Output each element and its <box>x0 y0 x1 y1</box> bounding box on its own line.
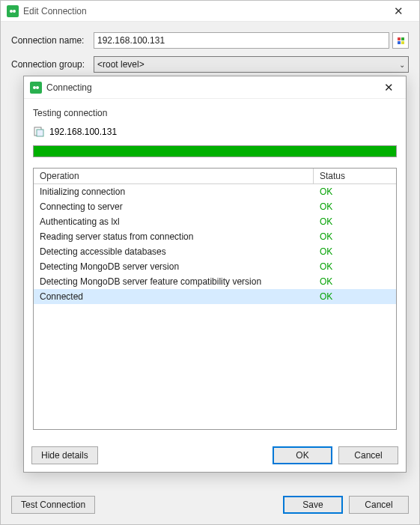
connection-group-row: Connection group: <root level> ⌄ <box>11 56 409 73</box>
outer-footer: Test Connection Save Cancel <box>11 496 409 514</box>
close-icon[interactable]: ✕ <box>383 4 413 18</box>
status-cell: OK <box>314 274 396 289</box>
server-icon <box>33 126 45 138</box>
modal-title: Connecting <box>46 82 377 93</box>
connection-name-label: Connection name: <box>11 35 94 46</box>
operation-cell: Authenticating as lxl <box>34 214 314 229</box>
close-icon[interactable]: ✕ <box>377 81 400 94</box>
table-row[interactable]: Detecting accessible databasesOK <box>34 244 396 259</box>
modal-cancel-button[interactable]: Cancel <box>338 446 398 464</box>
status-cell: OK <box>314 289 396 304</box>
titlebar: Edit Connection ✕ <box>1 1 419 22</box>
connection-group-select[interactable]: <root level> ⌄ <box>94 56 409 73</box>
modal-body: Testing connection 192.168.100.131 Opera… <box>24 99 406 439</box>
table-row[interactable]: Detecting MongoDB server versionOK <box>34 259 396 274</box>
status-cell: OK <box>314 229 396 244</box>
status-cell: OK <box>314 199 396 214</box>
table-row[interactable]: Initializing connectionOK <box>34 184 396 199</box>
server-row: 192.168.100.131 <box>33 126 397 138</box>
edit-connection-window: Edit Connection ✕ Connection name: Conne… <box>0 0 420 525</box>
column-status[interactable]: Status <box>314 169 396 183</box>
svg-point-0 <box>10 10 13 13</box>
modal-titlebar: Connecting ✕ <box>24 76 406 99</box>
modal-footer: Hide details OK Cancel <box>24 439 406 472</box>
operation-cell: Detecting MongoDB server feature compati… <box>34 274 314 289</box>
status-cell: OK <box>314 184 396 199</box>
column-operation[interactable]: Operation <box>34 169 314 183</box>
operation-cell: Reading server status from connection <box>34 229 314 244</box>
status-table: Operation Status Initializing connection… <box>33 168 397 430</box>
table-row[interactable]: ConnectedOK <box>34 289 396 304</box>
status-cell: OK <box>314 214 396 229</box>
status-cell: OK <box>314 244 396 259</box>
table-row[interactable]: Reading server status from connectionOK <box>34 229 396 244</box>
progress-bar <box>33 145 397 157</box>
operation-cell: Connecting to server <box>34 199 314 214</box>
app-icon <box>7 5 19 17</box>
save-button[interactable]: Save <box>283 496 343 514</box>
status-cell: OK <box>314 259 396 274</box>
operation-cell: Detecting MongoDB server version <box>34 259 314 274</box>
svg-point-2 <box>33 86 36 89</box>
table-header: Operation Status <box>34 169 396 184</box>
table-row[interactable]: Detecting MongoDB server feature compati… <box>34 274 396 289</box>
color-grid-icon <box>398 37 404 44</box>
app-icon <box>30 82 42 94</box>
operation-cell: Detecting accessible databases <box>34 244 314 259</box>
table-row[interactable]: Connecting to serverOK <box>34 199 396 214</box>
svg-point-1 <box>13 10 16 13</box>
cancel-button[interactable]: Cancel <box>349 496 409 514</box>
svg-rect-5 <box>37 130 43 136</box>
server-address: 192.168.100.131 <box>49 127 117 137</box>
operation-cell: Initializing connection <box>34 184 314 199</box>
hide-details-button[interactable]: Hide details <box>31 446 98 464</box>
testing-connection-label: Testing connection <box>33 108 397 118</box>
svg-point-3 <box>36 86 39 89</box>
connection-name-row: Connection name: <box>11 32 409 49</box>
table-row[interactable]: Authenticating as lxlOK <box>34 214 396 229</box>
connection-name-input[interactable] <box>94 32 389 49</box>
ok-button[interactable]: OK <box>273 446 332 464</box>
operation-cell: Connected <box>34 289 314 304</box>
color-picker-button[interactable] <box>392 32 409 49</box>
connecting-dialog: Connecting ✕ Testing connection 192.168.… <box>23 76 407 473</box>
connection-group-label: Connection group: <box>11 59 94 70</box>
table-body: Initializing connectionOKConnecting to s… <box>34 184 396 304</box>
connection-group-value: <root level> <box>97 59 144 70</box>
chevron-down-icon: ⌄ <box>399 61 405 69</box>
test-connection-button[interactable]: Test Connection <box>11 496 95 514</box>
window-title: Edit Connection <box>23 6 383 16</box>
